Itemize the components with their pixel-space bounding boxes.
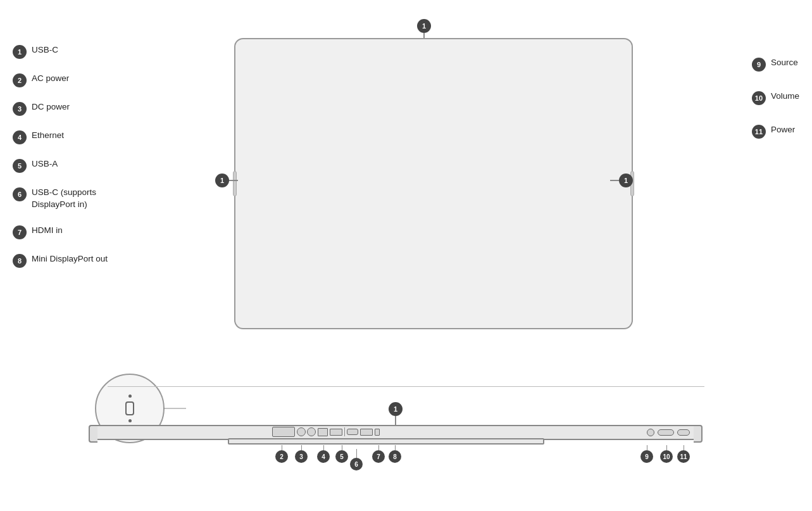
bottom-badge-4: 4 xyxy=(317,450,330,463)
bottom-badge-2: 2 xyxy=(275,450,288,463)
badge-9: 9 xyxy=(752,58,766,72)
port-usba-bottom xyxy=(330,429,342,436)
badge-4: 4 xyxy=(13,130,27,144)
bottom-badge-group-4: 4 xyxy=(317,445,330,463)
badge-10: 10 xyxy=(752,91,766,105)
label-text-1: USB-C xyxy=(32,44,58,56)
label-text-3: DC power xyxy=(32,101,70,113)
bottom-badge-group-11: 11 xyxy=(677,445,690,463)
badge-5: 5 xyxy=(13,159,27,173)
label-6: 6 USB-C (supportsDisplayPort in) xyxy=(13,187,108,211)
right-labels: 9 Source 10 Volume 11 Power xyxy=(752,57,799,139)
bottom-badge-group-9: 9 xyxy=(640,445,653,463)
badge-7: 7 xyxy=(13,225,27,239)
bottom-badge-3: 3 xyxy=(295,450,308,463)
port-dc-bottom xyxy=(297,427,316,436)
label-text-11: Power xyxy=(771,124,795,136)
bottom-section: 1 xyxy=(0,389,812,511)
power-button xyxy=(677,429,690,436)
label-8: 8 Mini DisplayPort out xyxy=(13,253,108,268)
badge-1: 1 xyxy=(13,45,27,59)
port-minidp-bottom xyxy=(375,429,380,436)
label-text-6: USB-C (supportsDisplayPort in) xyxy=(32,187,96,211)
port-ac-bottom xyxy=(272,427,295,437)
badge-8: 8 xyxy=(13,254,27,268)
label-text-10: Volume xyxy=(771,91,799,103)
page: 1 USB-C 2 AC power 3 DC power 4 Ethernet… xyxy=(0,0,812,511)
bottom-badge-7: 7 xyxy=(372,450,385,463)
screen-rect xyxy=(234,38,633,329)
label-1: 1 USB-C xyxy=(13,44,108,59)
bottom-badge-5: 5 xyxy=(335,450,348,463)
label-11: 11 Power xyxy=(752,124,799,139)
bottom-badge-11: 11 xyxy=(677,450,690,463)
badge-11: 11 xyxy=(752,125,766,139)
bottom-badge-group-6: 6 xyxy=(350,449,363,470)
bottom-badge-group-7: 7 xyxy=(372,445,385,463)
label-text-4: Ethernet xyxy=(32,130,64,142)
badge-2: 2 xyxy=(13,73,27,87)
diag-badge-left: 1 xyxy=(215,173,229,187)
diag-badge-top: 1 xyxy=(417,19,431,33)
badge-3: 3 xyxy=(13,102,27,116)
label-5: 5 USB-A xyxy=(13,158,108,173)
source-button xyxy=(647,429,654,436)
bottom-badge-6: 6 xyxy=(350,458,363,470)
label-3: 3 DC power xyxy=(13,101,108,116)
bottom-badge-9: 9 xyxy=(640,450,653,463)
bottom-diag-badge-top: 1 xyxy=(389,402,403,416)
diag-badge-right: 1 xyxy=(619,173,633,187)
top-section: 1 USB-C 2 AC power 3 DC power 4 Ethernet… xyxy=(0,6,812,367)
bottom-device-view: 1 xyxy=(89,402,703,465)
bottom-badge-group-5: 5 xyxy=(335,445,348,463)
label-2: 2 AC power xyxy=(13,73,108,87)
bottom-badge-group-2: 2 xyxy=(275,445,288,463)
bottom-stand xyxy=(228,438,544,445)
port-eth-bottom xyxy=(318,428,328,436)
left-labels: 1 USB-C 2 AC power 3 DC power 4 Ethernet… xyxy=(13,44,108,268)
bottom-badge-10: 10 xyxy=(660,450,673,463)
bottom-badge-group-8: 8 xyxy=(389,445,401,463)
port-usbc-dp-bottom xyxy=(347,429,358,435)
label-10: 10 Volume xyxy=(752,91,799,105)
label-text-7: HDMI in xyxy=(32,225,63,237)
ports-row xyxy=(272,427,380,437)
section-divider xyxy=(108,386,704,387)
label-9: 9 Source xyxy=(752,57,799,72)
port-hdmi-bottom xyxy=(360,429,373,436)
label-text-5: USB-A xyxy=(32,158,58,170)
label-text-2: AC power xyxy=(32,73,69,85)
bottom-badge-8: 8 xyxy=(389,450,401,463)
bottom-badge-group-10: 10 xyxy=(660,445,673,463)
label-text-8: Mini DisplayPort out xyxy=(32,253,108,265)
label-text-9: Source xyxy=(771,57,798,69)
right-buttons xyxy=(647,429,690,436)
device-front-view: 1 1 1 xyxy=(215,19,633,342)
label-7: 7 HDMI in xyxy=(13,225,108,239)
bottom-badge-group-3: 3 xyxy=(295,445,308,463)
badge-6: 6 xyxy=(13,187,27,201)
volume-button xyxy=(658,429,674,436)
label-4: 4 Ethernet xyxy=(13,130,108,144)
